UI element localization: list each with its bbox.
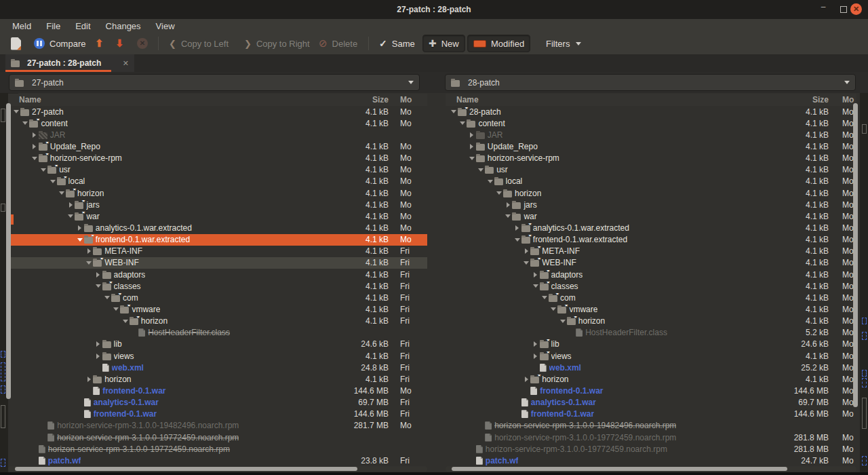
right-horizontal-scrollbar[interactable] [446,466,856,472]
expander-open-icon[interactable] [112,307,120,311]
expander-open-icon[interactable] [458,121,467,125]
close-button[interactable]: ✕ [850,3,862,15]
previous-change-button[interactable]: ⬆ [90,35,109,52]
tree-row[interactable]: war4.1 kBMo [8,210,427,222]
tree-row[interactable]: META-INF4.1 kBFri [8,246,427,257]
copy-to-left-button[interactable]: ❮ Copy to Left [163,35,234,52]
right-vertical-scrollbar[interactable] [853,103,858,407]
expander-open-icon[interactable] [495,191,503,195]
expander-open-icon[interactable] [103,296,111,299]
tree-row[interactable]: JAR4.1 kBMo [446,129,856,140]
expander-closed-icon[interactable] [94,354,102,359]
menu-meld[interactable]: Meld [5,21,38,31]
left-folder-selector[interactable]: 27-patch [9,74,420,91]
tree-row[interactable]: horizon4.1 kBFri [8,316,427,327]
expander-closed-icon[interactable] [468,144,476,149]
expander-open-icon[interactable] [522,261,530,265]
tree-row[interactable]: horizon4.1 kBMo [446,316,856,327]
tree-row[interactable]: HostHeaderFilter.class5.2 kBMo [446,327,856,339]
filters-dropdown[interactable]: Filters [540,35,587,52]
right-folder-selector[interactable]: 28-patch [445,74,856,91]
tree-row[interactable]: web.xml25.2 kBMo [446,362,856,373]
expander-closed-icon[interactable] [522,248,530,254]
expander-open-icon[interactable] [12,110,20,113]
expander-open-icon[interactable] [58,191,66,195]
tree-row[interactable]: lib24.6 kBMo [446,339,856,350]
tree-row[interactable]: jars4.1 kBMo [446,199,856,210]
tree-row[interactable]: horizon-service-rpm-3.1.0.0-19772459.noa… [8,443,427,455]
expander-closed-icon[interactable] [532,341,540,347]
tree-row[interactable]: local4.1 kBMo [8,176,427,187]
tree-row[interactable]: content4.1 kBMo [446,117,856,129]
expander-open-icon[interactable] [532,284,540,288]
tree-row[interactable]: com4.1 kBMo [446,292,856,303]
expander-open-icon[interactable] [486,180,494,183]
expander-open-icon[interactable] [477,168,485,172]
tree-row[interactable]: analytics-0.1.war.extracted4.1 kBMo [8,222,427,233]
expander-open-icon[interactable] [513,238,521,242]
new-comparison-button[interactable] [5,35,26,52]
tree-row[interactable]: horizon-service-rpm-3.1.0.0-19772459.noa… [446,432,856,443]
column-header-name[interactable]: Name [446,95,788,104]
minimize-button[interactable]: – [818,1,829,12]
column-header-name[interactable]: Name [8,95,348,104]
tree-row[interactable]: 27-patch4.1 kBMo [8,106,427,117]
menu-changes[interactable]: Changes [99,21,148,31]
tree-row[interactable]: classes4.1 kBFri [8,280,427,292]
tree-row[interactable]: classes4.1 kBMo [446,280,856,292]
expander-open-icon[interactable] [31,157,39,160]
expander-closed-icon[interactable] [31,144,39,149]
expander-open-icon[interactable] [450,110,458,113]
stop-button[interactable]: ✕ [132,35,153,52]
tree-row[interactable]: horizon4.1 kBMo [8,187,427,199]
tree-row[interactable]: horizon-service-rpm-3.1.0.0-19482496.noa… [446,420,856,432]
expander-open-icon[interactable] [504,214,512,218]
tree-row[interactable]: META-INF4.1 kBMo [446,246,856,257]
tree-row[interactable]: JAR [8,129,427,140]
tree-row[interactable]: frontend-0.1.war144.6 MBMo [446,408,856,420]
tree-row[interactable]: frontend-0.1.war144.6 MBMo [8,385,427,396]
expander-open-icon[interactable] [21,121,29,125]
tree-row[interactable]: horizon4.1 kBFri [8,373,427,385]
delete-button[interactable]: ⊘ Delete [313,35,363,52]
tree-row[interactable]: local4.1 kBMo [446,176,856,187]
column-header-modified[interactable]: Mo [400,95,427,104]
menu-file[interactable]: File [39,21,67,31]
tree-row[interactable]: horizon-service-rpm-3.1.0.0-19482496.noa… [8,420,427,432]
expander-closed-icon[interactable] [532,272,540,278]
tree-row[interactable]: frontend-0.1.war.extracted4.1 kBMo [8,234,427,246]
expander-open-icon[interactable] [76,238,84,242]
expander-closed-icon[interactable] [31,132,39,138]
expander-closed-icon[interactable] [504,202,512,208]
right-hscroll-thumb[interactable] [452,467,787,471]
tree-row[interactable]: 28-patch4.1 kBMo [446,106,856,117]
new-filter-toggle[interactable]: ✚ New [422,35,465,52]
tree-row[interactable]: Update_Repo4.1 kBMo [8,140,427,152]
expander-open-icon[interactable] [468,157,476,160]
column-header-size[interactable]: Size [348,95,389,104]
expander-open-icon[interactable] [94,284,102,288]
menu-edit[interactable]: Edit [68,21,97,31]
tree-row[interactable]: Update_Repo4.1 kBMo [446,140,856,152]
expander-open-icon[interactable] [121,320,130,323]
expander-closed-icon[interactable] [85,248,93,254]
tree-row[interactable]: web.xml24.8 kBFri [8,362,427,373]
expander-closed-icon[interactable] [513,225,521,231]
tree-row[interactable]: war4.1 kBMo [446,210,856,222]
expander-open-icon[interactable] [540,296,549,299]
tree-row[interactable]: patch.wf23.8 kBFri [8,455,427,466]
tree-row[interactable]: content4.1 kBMo [8,117,427,129]
tree-row[interactable]: analytics-0.1.war.extracted4.1 kBMo [446,222,856,233]
expander-closed-icon[interactable] [94,341,102,347]
column-header-size[interactable]: Size [788,95,829,104]
modified-filter-toggle[interactable]: Modified [467,35,530,52]
tree-row[interactable]: horizon4.1 kBMo [446,187,856,199]
tree-row[interactable]: horizon-service-rpm4.1 kBMo [8,153,427,164]
tree-row[interactable]: lib24.6 kBFri [8,339,427,350]
tree-row[interactable]: WEB-INF4.1 kBFri [8,257,427,269]
expander-open-icon[interactable] [49,180,57,183]
tree-row[interactable]: usr4.1 kBMo [446,164,856,176]
maximize-button[interactable] [838,4,849,15]
expander-open-icon[interactable] [39,168,47,172]
same-filter-toggle[interactable]: ✓ Same [374,35,420,52]
